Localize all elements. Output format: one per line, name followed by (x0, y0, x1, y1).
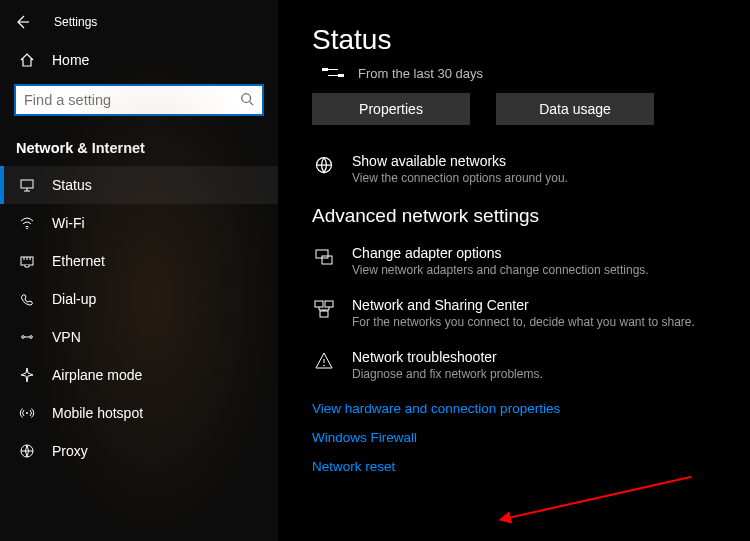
home-label: Home (52, 52, 89, 68)
warning-icon (312, 349, 336, 381)
entry-title: Change adapter options (352, 245, 649, 261)
link-hardware-properties[interactable]: View hardware and connection properties (312, 401, 722, 416)
sidebar-item-proxy[interactable]: Proxy (0, 432, 278, 470)
sidebar-item-hotspot[interactable]: Mobile hotspot (0, 394, 278, 432)
page-title: Status (312, 24, 722, 56)
search-container (0, 78, 278, 126)
svg-point-16 (323, 365, 325, 367)
search-box[interactable] (14, 84, 264, 116)
nav-label: VPN (52, 329, 81, 345)
entry-title: Network and Sharing Center (352, 297, 695, 313)
sharing-center-entry[interactable]: Network and Sharing Center For the netwo… (312, 297, 722, 329)
link-windows-firewall[interactable]: Windows Firewall (312, 430, 722, 445)
main-content: Status From the last 30 days Properties … (278, 0, 750, 541)
sidebar-item-home[interactable]: Home (0, 42, 278, 78)
sidebar-item-vpn[interactable]: VPN (0, 318, 278, 356)
entry-subtitle: View network adapters and change connect… (352, 263, 649, 277)
hotspot-icon (18, 405, 36, 421)
svg-rect-14 (325, 301, 333, 307)
timeline-text: From the last 30 days (358, 66, 483, 81)
nav-label: Status (52, 177, 92, 193)
svg-rect-8 (322, 68, 328, 71)
nav-label: Airplane mode (52, 367, 142, 383)
svg-rect-1 (21, 180, 33, 188)
vpn-icon (18, 329, 36, 345)
arrow-left-icon (14, 14, 30, 30)
sidebar-item-wifi[interactable]: Wi-Fi (0, 204, 278, 242)
link-network-reset[interactable]: Network reset (312, 459, 722, 474)
svg-point-5 (30, 336, 33, 339)
entry-subtitle: Diagnose and fix network problems. (352, 367, 543, 381)
entry-subtitle: For the networks you connect to, decide … (352, 315, 695, 329)
home-icon (18, 52, 36, 68)
svg-point-4 (22, 336, 25, 339)
timeline-icon (322, 66, 344, 81)
svg-point-2 (26, 228, 28, 230)
sidebar-item-ethernet[interactable]: Ethernet (0, 242, 278, 280)
button-row: Properties Data usage (312, 93, 722, 125)
svg-rect-12 (322, 256, 332, 264)
status-icon (18, 177, 36, 193)
wifi-icon (18, 215, 36, 231)
svg-rect-13 (315, 301, 323, 307)
sharing-icon (312, 297, 336, 329)
troubleshooter-entry[interactable]: Network troubleshooter Diagnose and fix … (312, 349, 722, 381)
proxy-icon (18, 443, 36, 459)
properties-button[interactable]: Properties (312, 93, 470, 125)
entry-title: Show available networks (352, 153, 568, 169)
nav-list: Status Wi-Fi Ethernet Dial-up VPN Airpla… (0, 166, 278, 470)
nav-label: Wi-Fi (52, 215, 85, 231)
svg-rect-9 (338, 74, 344, 77)
adapter-icon (312, 245, 336, 277)
nav-label: Ethernet (52, 253, 105, 269)
ethernet-icon (18, 253, 36, 269)
globe-icon (312, 153, 336, 185)
svg-rect-15 (320, 311, 328, 317)
nav-label: Mobile hotspot (52, 405, 143, 421)
sidebar-item-status[interactable]: Status (0, 166, 278, 204)
adapter-options-entry[interactable]: Change adapter options View network adap… (312, 245, 722, 277)
nav-label: Dial-up (52, 291, 96, 307)
data-usage-button[interactable]: Data usage (496, 93, 654, 125)
entry-title: Network troubleshooter (352, 349, 543, 365)
entry-subtitle: View the connection options around you. (352, 171, 568, 185)
search-input[interactable] (24, 92, 240, 108)
svg-point-6 (26, 412, 28, 414)
sidebar-item-dialup[interactable]: Dial-up (0, 280, 278, 318)
sidebar: Settings Home Network & Internet Status (0, 0, 278, 541)
advanced-heading: Advanced network settings (312, 205, 722, 227)
app-title: Settings (54, 15, 97, 29)
search-icon (240, 92, 254, 109)
section-header: Network & Internet (0, 126, 278, 166)
airplane-icon (18, 367, 36, 383)
dialup-icon (18, 291, 36, 307)
show-networks-entry[interactable]: Show available networks View the connect… (312, 153, 722, 185)
svg-point-0 (242, 93, 251, 102)
sidebar-item-airplane[interactable]: Airplane mode (0, 356, 278, 394)
timeline-row: From the last 30 days (322, 66, 722, 81)
titlebar: Settings (0, 0, 278, 42)
nav-label: Proxy (52, 443, 88, 459)
back-button[interactable] (8, 8, 36, 36)
